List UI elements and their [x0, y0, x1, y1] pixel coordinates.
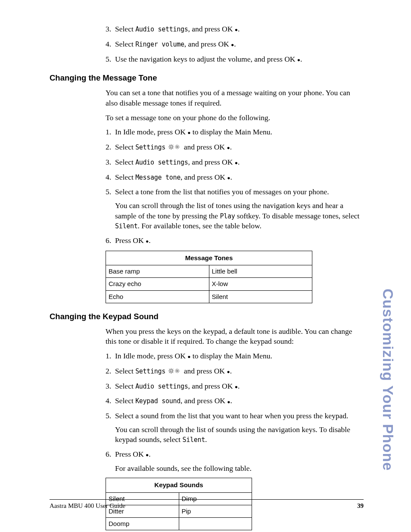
list-step: 2.Select Settings and press OK .	[106, 366, 364, 377]
list-step: 4.Select Keypad sound, and press OK .	[106, 396, 364, 407]
msg-p2: To set a message tone on your phone do t…	[106, 113, 364, 123]
ok-bullet-icon	[235, 157, 238, 168]
table-cell: Base ramp	[106, 265, 209, 278]
table-row: EchoSilent	[106, 290, 312, 303]
table-cell: Little bell	[209, 265, 312, 278]
ok-bullet-icon	[187, 351, 190, 361]
svg-point-3	[170, 370, 173, 372]
svg-point-0	[170, 146, 173, 148]
heading-keypad-sound: Changing the Keypad Sound	[50, 312, 364, 321]
table-cell: Doomp	[106, 518, 179, 530]
list-step: 1.In Idle mode, press OK to display the …	[106, 351, 364, 362]
table-cell: Echo	[106, 290, 209, 303]
table-row: Base rampLittle bell	[106, 265, 312, 278]
page: 3.Select Audio settings, and press OK .4…	[0, 0, 411, 532]
page-number: 39	[357, 502, 364, 510]
ok-bullet-icon	[227, 172, 230, 183]
msg-table-header: Message Tones	[106, 251, 312, 265]
list-step: 5.Select a sound from the list that you …	[106, 411, 364, 445]
side-tab-text: Customizing Your Phone	[380, 289, 396, 471]
key-p1: When you press the keys on the keypad, a…	[106, 327, 364, 347]
ok-bullet-icon	[146, 236, 149, 246]
footer-left: Aastra MBU 400 User Guide	[50, 502, 125, 510]
msg-p1: You can set a tone that notifies you of …	[106, 88, 364, 108]
svg-point-2	[177, 146, 178, 148]
ok-bullet-icon	[146, 449, 149, 460]
table-cell: X-low	[209, 278, 312, 290]
ok-bullet-icon	[235, 24, 238, 34]
key-table-header: Keypad Sounds	[106, 478, 252, 492]
heading-message-tone: Changing the Message Tone	[50, 73, 364, 83]
list-step: 5.Select a tone from the list that notif…	[106, 187, 364, 231]
footer: Aastra MBU 400 User Guide 39	[50, 499, 364, 510]
svg-point-1	[176, 145, 180, 149]
ok-bullet-icon	[227, 396, 230, 407]
list-step: 3.Select Audio settings, and press OK .	[106, 24, 364, 35]
table-row: Crazy echoX-low	[106, 278, 312, 290]
table-cell	[179, 518, 252, 530]
list-step: 2.Select Settings and press OK .	[106, 142, 364, 153]
message-tones-table: Message Tones Base rampLittle bellCrazy …	[106, 251, 312, 303]
svg-point-4	[176, 369, 180, 373]
settings-gears-icon	[167, 143, 182, 151]
ok-bullet-icon	[187, 127, 190, 137]
intro-steps-block: 3.Select Audio settings, and press OK .4…	[106, 24, 364, 65]
list-step: 6.Press OK .	[106, 236, 364, 246]
svg-point-5	[177, 370, 178, 372]
msg-block: You can set a tone that notifies you of …	[106, 88, 364, 303]
list-step: 6.Press OK .For available sounds, see th…	[106, 449, 364, 473]
settings-gears-icon	[167, 367, 182, 375]
ok-bullet-icon	[231, 39, 234, 50]
list-step: 4.Select Ringer volume, and press OK .	[106, 39, 364, 50]
table-cell: Silent	[209, 290, 312, 303]
list-step: 3.Select Audio settings, and press OK .	[106, 381, 364, 392]
ok-bullet-icon	[227, 366, 230, 376]
list-step: 5.Use the navigation keys to adjust the …	[106, 54, 364, 65]
table-row: Doomp	[106, 518, 252, 530]
list-step: 4.Select Message tone, and press OK .	[106, 172, 364, 183]
list-step: 3.Select Audio settings, and press OK .	[106, 157, 364, 168]
table-cell: Crazy echo	[106, 278, 209, 290]
ok-bullet-icon	[227, 142, 230, 152]
ok-bullet-icon	[297, 54, 300, 65]
list-step: 1.In Idle mode, press OK to display the …	[106, 127, 364, 138]
ok-bullet-icon	[235, 381, 238, 392]
